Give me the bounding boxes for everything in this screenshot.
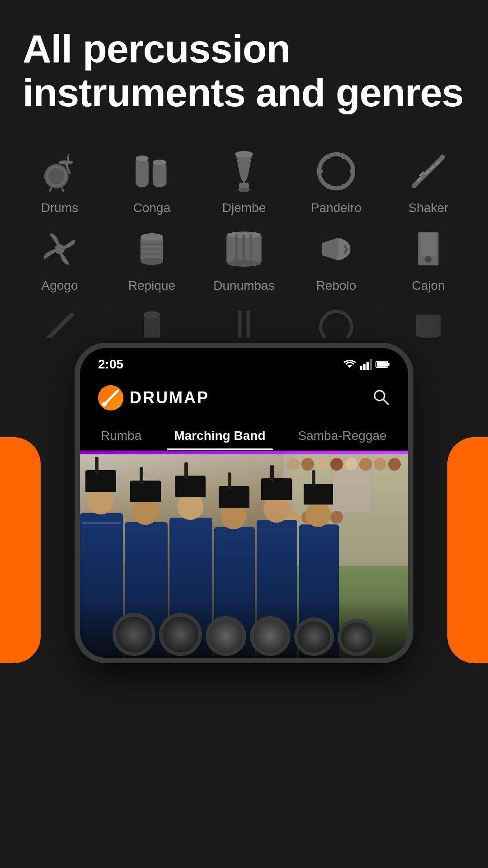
svg-rect-47 <box>144 315 160 338</box>
svg-marker-52 <box>347 365 352 368</box>
rebolo-label: Rebolo <box>316 278 357 293</box>
signal-icon <box>360 359 372 370</box>
instrument-repique[interactable]: Repique <box>111 224 192 293</box>
svg-point-44 <box>425 256 432 262</box>
agogo-label: Agogo <box>42 278 78 293</box>
shaker-label: Shaker <box>408 201 449 215</box>
search-button[interactable] <box>372 388 390 407</box>
cajon-icon <box>404 224 453 274</box>
dunumbas-icon <box>219 224 269 274</box>
tab-samba-reggae[interactable]: Samba-Reggae <box>291 424 394 450</box>
tab-bar: Rumba Marching Band Samba-Reggae <box>80 420 408 451</box>
instrument-pandeiro[interactable]: Pandeiro <box>296 146 377 215</box>
partial-icon-1 <box>35 302 84 338</box>
svg-rect-7 <box>136 158 149 187</box>
wifi-icon <box>343 359 357 370</box>
phone-screen: 2:05 <box>80 348 408 658</box>
svg-rect-16 <box>350 169 355 173</box>
partial-icon-4 <box>311 302 361 338</box>
svg-rect-53 <box>360 366 362 370</box>
status-bar: 2:05 <box>80 348 408 376</box>
svg-point-3 <box>58 160 73 164</box>
instrument-djembe[interactable]: Djembe <box>203 146 285 215</box>
svg-line-64 <box>383 399 388 404</box>
svg-rect-38 <box>242 235 244 263</box>
repique-label: Repique <box>128 278 175 293</box>
content-image <box>80 454 408 658</box>
svg-point-14 <box>319 154 353 189</box>
svg-rect-15 <box>318 169 323 173</box>
svg-point-42 <box>343 250 347 253</box>
svg-point-1 <box>48 168 65 184</box>
instrument-drums[interactable]: Drums <box>19 146 100 215</box>
instrument-conga[interactable]: Conga <box>111 146 192 215</box>
instrument-rebolo[interactable]: Rebolo <box>296 224 377 293</box>
svg-point-29 <box>141 233 163 240</box>
instruments-row-1: Drums Conga <box>14 146 474 215</box>
repique-icon <box>127 224 177 274</box>
status-time: 2:05 <box>98 357 123 372</box>
phone-mockup: 2:05 <box>75 343 413 663</box>
logo-svg <box>98 385 123 410</box>
band-photo <box>80 454 408 658</box>
svg-rect-56 <box>370 359 372 370</box>
shaker-icon <box>404 146 453 196</box>
logo-icon <box>98 385 123 410</box>
tab-rumba[interactable]: Rumba <box>94 424 149 450</box>
svg-line-46 <box>47 315 72 338</box>
search-icon <box>372 388 390 406</box>
instruments-row-2: Agogo Repique <box>14 224 474 293</box>
conga-icon <box>127 146 177 196</box>
drums-label: Drums <box>41 201 78 215</box>
battery-icon <box>375 360 390 369</box>
orange-accent-left <box>0 437 41 663</box>
djembe-icon <box>219 146 269 196</box>
svg-point-11 <box>235 151 253 157</box>
app-header: DRUMAP <box>80 376 408 420</box>
svg-rect-39 <box>250 235 252 263</box>
instruments-section: Drums Conga <box>0 133 488 338</box>
svg-point-41 <box>345 247 348 250</box>
svg-point-62 <box>102 402 107 406</box>
agogo-icon <box>35 224 84 274</box>
dunumbas-label: Dunumbas <box>213 278 274 293</box>
svg-point-8 <box>136 155 149 161</box>
photo-vignette <box>80 454 408 658</box>
cajon-label: Cajon <box>412 278 445 293</box>
svg-rect-9 <box>153 162 167 187</box>
instrument-partial-5 <box>388 302 469 338</box>
svg-point-48 <box>144 311 160 317</box>
pandeiro-icon <box>311 146 361 196</box>
svg-rect-59 <box>377 362 387 367</box>
tab-marching-band[interactable]: Marching Band <box>167 424 272 450</box>
svg-point-40 <box>343 245 347 248</box>
phone-section: 2:05 <box>0 343 488 663</box>
svg-point-10 <box>153 159 167 165</box>
hero-section: All percussion instruments and genres <box>0 0 488 133</box>
hero-title: All percussion instruments and genres <box>23 27 465 115</box>
rebolo-icon <box>311 224 361 274</box>
app-logo: DRUMAP <box>98 385 209 410</box>
instrument-partial-3 <box>203 302 285 338</box>
partial-icon-2 <box>127 302 177 338</box>
instrument-cajon[interactable]: Cajon <box>388 224 469 293</box>
instrument-partial-2 <box>111 302 192 338</box>
instrument-dunumbas[interactable]: Dunumbas <box>203 224 285 293</box>
instrument-agogo[interactable]: Agogo <box>19 224 100 293</box>
svg-rect-54 <box>363 364 366 370</box>
content-top-border <box>80 451 408 454</box>
instrument-partial-1 <box>19 302 100 338</box>
status-icons <box>343 359 390 370</box>
svg-rect-55 <box>366 362 369 370</box>
partial-icon-3 <box>219 302 269 338</box>
svg-point-30 <box>141 257 163 264</box>
svg-line-4 <box>50 188 52 192</box>
djembe-label: Djembe <box>222 201 266 215</box>
svg-rect-45 <box>420 233 436 256</box>
partial-icon-5 <box>404 302 453 338</box>
instrument-partial-4 <box>296 302 377 338</box>
svg-line-5 <box>62 188 64 192</box>
svg-rect-37 <box>235 235 237 263</box>
instrument-shaker[interactable]: Shaker <box>388 146 469 215</box>
drums-icon <box>35 146 84 196</box>
